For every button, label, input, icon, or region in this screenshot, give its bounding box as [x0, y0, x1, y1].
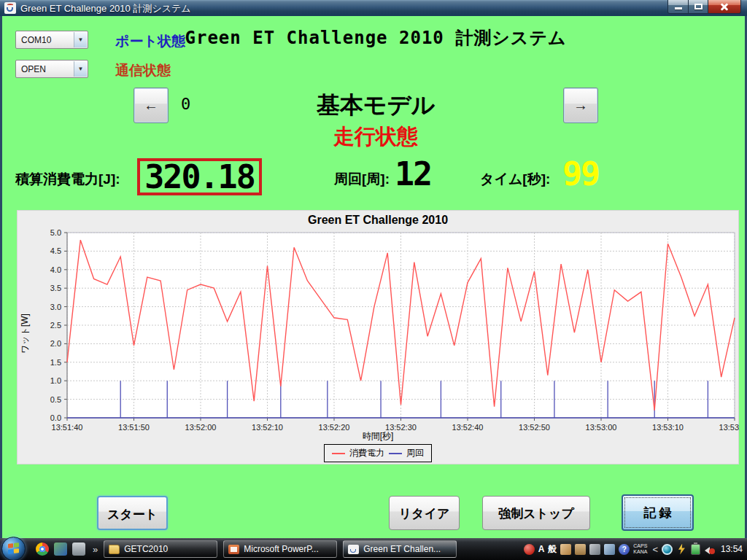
ime-dictionary-icon[interactable] — [604, 544, 615, 555]
start-button[interactable]: スタート — [97, 496, 168, 530]
taskbar-clock[interactable]: 13:54 — [721, 544, 743, 554]
folder-icon — [109, 545, 120, 554]
svg-text:0.0: 0.0 — [50, 413, 61, 422]
svg-text:1.0: 1.0 — [50, 376, 61, 385]
run-state-label: 走行状態 — [2, 122, 747, 152]
ime-toolbox-icon[interactable] — [575, 544, 586, 555]
svg-text:1.5: 1.5 — [50, 358, 61, 367]
lap-value: 12 — [395, 155, 431, 193]
desktop-screen: Green ET Challenge 2010 計測システム COM10 ▼ O… — [0, 0, 747, 560]
time-value: 99 — [562, 155, 599, 193]
legend-lap-label: 周回 — [406, 447, 424, 459]
chrome-icon[interactable] — [36, 542, 49, 556]
retire-button[interactable]: リタイア — [389, 496, 460, 530]
svg-text:0.5: 0.5 — [50, 395, 61, 404]
chevron-down-icon[interactable]: ▼ — [74, 61, 87, 77]
java-icon — [348, 545, 359, 554]
taskbar-item-powerpoint[interactable]: Microsoft PowerP... — [223, 540, 337, 558]
svg-text:5.0: 5.0 — [50, 228, 61, 237]
title-bar[interactable]: Green ET Challenge 2010 計測システム — [0, 0, 747, 16]
quick-launch-overflow-chevron[interactable]: » — [93, 544, 98, 555]
system-tray: A 般 ? CAPS KANA < 13:54 — [524, 538, 747, 560]
svg-text:3.5: 3.5 — [50, 284, 61, 292]
record-button[interactable]: 記 録 — [622, 494, 694, 531]
quick-launch-icon[interactable] — [54, 542, 67, 556]
power-chart-svg: 0.00.51.01.52.02.53.03.54.04.55.013:51:4… — [18, 211, 740, 465]
minimize-button[interactable] — [667, 0, 689, 14]
chart-y-axis-label: ワット[W] — [19, 298, 31, 370]
powerpoint-icon — [228, 545, 239, 554]
caps-kana-indicator[interactable]: CAPS KANA — [633, 543, 647, 555]
next-model-button[interactable]: → — [563, 88, 598, 123]
model-name: 基本モデル — [2, 90, 747, 122]
app-window: Green ET Challenge 2010 計測システム COM10 ▼ O… — [0, 0, 747, 538]
window-title: Green ET Challenge 2010 計測システム — [20, 2, 191, 15]
svg-text:4.5: 4.5 — [50, 246, 61, 255]
ime-conversion-mode[interactable]: 般 — [548, 543, 557, 556]
time-label: タイム[秒]: — [480, 170, 550, 189]
power-connected-icon[interactable] — [676, 544, 687, 555]
legend-power-line-icon — [332, 453, 345, 454]
svg-text:2.0: 2.0 — [50, 339, 61, 348]
open-state-select[interactable]: OPEN ▼ — [15, 60, 88, 78]
robot-app-icon[interactable] — [72, 542, 85, 556]
energy-value-box: 320.18 — [137, 158, 262, 195]
energy-label: 積算消費電力[J]: — [15, 170, 120, 189]
close-button[interactable] — [708, 0, 741, 14]
taskbar: » GETC2010 Microsoft PowerP... Green ET … — [0, 538, 747, 560]
java-app-icon — [4, 2, 16, 14]
svg-text:3.0: 3.0 — [50, 303, 61, 311]
force-stop-button[interactable]: 強制ストップ — [482, 496, 590, 530]
tray-blue-circle-icon[interactable] — [662, 544, 673, 555]
energy-value: 320.18 — [144, 158, 255, 196]
svg-text:4.0: 4.0 — [50, 265, 61, 274]
chart-title: Green ET Challenge 2010 — [18, 214, 738, 227]
tray-collapse-chevron[interactable]: < — [652, 544, 658, 555]
windows-flag-icon — [8, 542, 19, 555]
chart-x-axis-label: 時間[秒] — [18, 430, 738, 443]
start-button-orb[interactable] — [1, 537, 26, 560]
volume-muted-icon[interactable] — [704, 544, 715, 555]
maximize-button[interactable] — [689, 0, 708, 14]
taskbar-item-getc2010[interactable]: GETC2010 — [104, 540, 217, 558]
taskbar-item-green-et[interactable]: Green ET Challen... — [343, 540, 457, 558]
lap-label: 周回[周]: — [334, 170, 390, 189]
ime-tools-icon[interactable] — [589, 544, 600, 555]
legend-lap-line-icon — [389, 453, 402, 454]
app-title: Green ET Challenge 2010 計測システム — [2, 26, 747, 50]
comm-status-label: 通信状態 — [115, 61, 171, 80]
battery-icon[interactable] — [691, 544, 700, 555]
ime-input-mode[interactable]: A — [538, 544, 545, 554]
svg-text:2.5: 2.5 — [50, 321, 61, 330]
ime-pad-icon[interactable] — [560, 544, 571, 555]
chart-legend: 消費電力 周回 — [324, 444, 432, 462]
help-icon[interactable]: ? — [619, 544, 630, 555]
y-tick-labels: 0.00.51.01.52.02.53.03.54.04.55.0 — [50, 228, 61, 422]
tray-red-circle-icon[interactable] — [524, 544, 535, 555]
open-state-value: OPEN — [21, 64, 46, 74]
legend-power-label: 消費電力 — [349, 447, 384, 459]
power-chart-panel: 0.00.51.01.52.02.53.03.54.04.55.013:51:4… — [17, 210, 739, 464]
